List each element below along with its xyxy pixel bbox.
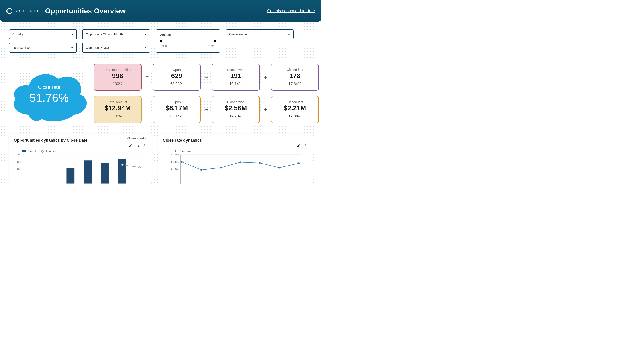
svg-text:40.00%: 40.00% <box>171 168 179 170</box>
card-label: Closed won <box>215 68 257 72</box>
card-value: 998 <box>97 72 138 80</box>
svg-point-31 <box>278 167 280 169</box>
card-sub: 19.14% <box>215 82 257 86</box>
coupler-logo-icon <box>7 8 13 14</box>
cards-row-counts: Total opportunities 998 100% = Open 629 … <box>94 64 319 91</box>
chevron-down-icon <box>144 34 147 35</box>
edit-icon[interactable] <box>128 144 132 148</box>
card-closed-lost-count: Closed lost 178 17.84% <box>271 64 319 91</box>
more-icon[interactable] <box>304 144 308 148</box>
svg-point-1 <box>144 146 145 146</box>
svg-point-30 <box>259 162 261 164</box>
close-rate-label: Close rate <box>38 84 60 90</box>
svg-point-15 <box>139 166 140 168</box>
filter-opportunity-type-label: Opportunity type <box>86 46 109 50</box>
legend-close-rate: Close rate <box>173 150 192 153</box>
card-label: Open <box>156 100 198 104</box>
page-title: Opportunities Overview <box>45 7 126 15</box>
card-closed-won-amount: Closed won $2.56M 19.78% <box>212 96 260 123</box>
card-sub: 100% <box>97 82 138 86</box>
card-sub: 17.84% <box>274 82 316 86</box>
line-chart-svg: 80.00%60.00%40.00% <box>163 154 308 184</box>
header: COUPLER.IO Opportunities Overview Get th… <box>0 0 322 22</box>
equals-sign: = <box>145 74 150 81</box>
filter-owner-name-label: Owner name <box>229 32 247 36</box>
svg-rect-13 <box>118 159 126 184</box>
card-value: 629 <box>156 72 198 80</box>
add-chart-icon[interactable] <box>136 144 140 148</box>
card-label: Total opportunities <box>97 68 138 72</box>
equals-sign: = <box>145 106 150 113</box>
cards-grid: Total opportunities 998 100% = Open 629 … <box>94 64 319 123</box>
card-total-amount: Total amount $12.94M 100% <box>94 96 142 123</box>
card-label: Closed lost <box>274 100 316 104</box>
close-rate-cloud: Close rate 51.76% <box>9 66 89 124</box>
filter-country[interactable]: Country <box>9 30 77 39</box>
svg-text:150: 150 <box>17 160 21 163</box>
filter-lead-source-label: Lead source <box>13 46 30 50</box>
legend-closed: Closed <box>22 150 36 153</box>
metrics-row: Close rate 51.76% Total opportunities 99… <box>9 64 312 124</box>
close-rate-value: 51.76% <box>30 91 69 104</box>
chart-title: Opportunities dynamics by Close Date <box>14 138 87 143</box>
edit-icon[interactable] <box>296 144 300 148</box>
plus-sign: + <box>263 106 268 113</box>
filter-owner-name[interactable]: Owner name <box>226 30 294 39</box>
filter-opportunity-type[interactable]: Opportunity type <box>82 43 150 52</box>
plus-sign: + <box>204 106 209 113</box>
card-closed-lost-amount: Closed lost $2.21M 17.08% <box>271 96 319 123</box>
card-open-count: Open 629 63.03% <box>153 64 201 91</box>
card-sub: 100% <box>97 114 138 118</box>
svg-point-27 <box>200 169 202 171</box>
svg-text:80.00%: 80.00% <box>171 154 179 156</box>
card-value: $2.21M <box>274 104 316 112</box>
card-label: Closed lost <box>274 68 316 72</box>
filter-amount-label: Amount <box>160 33 216 36</box>
filter-amount[interactable]: Amount 1,008 24,947 <box>156 30 220 52</box>
amount-min: 1,008 <box>160 44 167 48</box>
card-sub: 63.03% <box>156 82 198 86</box>
arrow-down-icon: ↓ <box>127 140 147 142</box>
svg-point-14 <box>122 164 123 166</box>
chevron-down-icon <box>288 34 290 35</box>
filter-closing-month[interactable]: Opportunity Closing Month <box>82 30 150 39</box>
svg-point-29 <box>239 161 241 163</box>
brand-logo: COUPLER.IO <box>7 8 38 14</box>
chart-legend: Close rate <box>173 150 308 153</box>
svg-rect-11 <box>84 160 92 183</box>
svg-point-32 <box>298 162 300 164</box>
chart-close-rate-dynamics: Close rate dynamics Close rate 80.00%60.… <box>158 134 312 184</box>
svg-point-0 <box>144 144 145 145</box>
plus-sign: + <box>263 74 268 81</box>
get-dashboard-link[interactable]: Get this dashboard for free <box>267 9 315 13</box>
chart-tools <box>296 144 308 148</box>
svg-rect-12 <box>101 163 109 184</box>
brand-text: COUPLER.IO <box>15 9 38 13</box>
filters-bar: Country Lead source Opportunity Closing … <box>9 30 312 52</box>
amount-max: 24,947 <box>208 44 216 48</box>
svg-point-18 <box>305 147 306 148</box>
svg-text:60.00%: 60.00% <box>171 160 179 163</box>
svg-text:100: 100 <box>17 168 21 170</box>
svg-point-2 <box>144 147 145 148</box>
card-sub: 17.08% <box>274 114 316 118</box>
chevron-down-icon <box>71 47 73 48</box>
filter-lead-source[interactable]: Lead source <box>9 43 77 52</box>
card-value: 191 <box>215 72 257 80</box>
card-label: Closed won <box>215 100 257 104</box>
more-icon[interactable] <box>143 144 147 148</box>
plus-sign: + <box>204 74 209 81</box>
amount-slider-track[interactable] <box>161 40 215 41</box>
svg-text:200: 200 <box>17 154 21 156</box>
chart-legend: Closed Forecast <box>22 150 147 153</box>
card-value: $8.17M <box>156 104 198 112</box>
chart-opportunities-dynamics: Choose a metric ↓ Opportunities dynamics… <box>9 134 152 184</box>
svg-point-16 <box>305 144 306 145</box>
card-closed-won-count: Closed won 191 19.14% <box>212 64 260 91</box>
filter-country-label: Country <box>13 32 24 36</box>
card-open-amount: Open $8.17M 63.14% <box>153 96 201 123</box>
card-label: Total amount <box>97 100 138 104</box>
svg-point-26 <box>181 161 183 163</box>
charts-row: Choose a metric ↓ Opportunities dynamics… <box>9 134 312 184</box>
card-value: $2.56M <box>215 104 257 112</box>
